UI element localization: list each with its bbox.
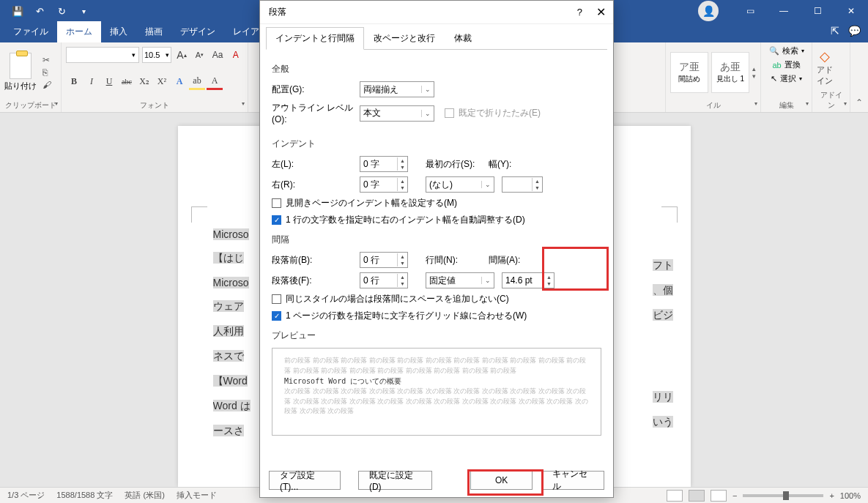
font-name-combo[interactable]: ▾ — [66, 47, 139, 63]
underline-button[interactable]: U — [101, 74, 117, 90]
font-color-icon[interactable]: A — [207, 74, 223, 90]
view-print-icon[interactable] — [689, 490, 705, 502]
mirror-label: 見開きページのインデント幅を設定する(M) — [286, 197, 457, 209]
after-spinner[interactable]: 0 行▲▼ — [360, 272, 408, 288]
tab-file[interactable]: ファイル — [4, 21, 57, 42]
section-spacing: 間隔 — [272, 234, 601, 246]
cancel-button[interactable]: キャンセル — [541, 471, 604, 490]
copy-icon[interactable]: ⎘ — [42, 67, 51, 78]
subscript-button[interactable]: X₂ — [136, 74, 152, 90]
cut-icon[interactable]: ✂ — [42, 55, 51, 65]
tab-draw[interactable]: 描画 — [136, 21, 171, 42]
at-label: 間隔(A): — [489, 254, 533, 267]
tab-page-break[interactable]: 改ページと改行 — [364, 27, 445, 50]
increase-font-icon[interactable]: A▴ — [174, 47, 190, 63]
after-label: 段落後(F): — [272, 275, 360, 287]
share-icon[interactable]: ⇱ — [831, 25, 839, 37]
text-line: Word は — [213, 400, 251, 411]
save-icon[interactable]: 💾 — [7, 1, 28, 21]
clear-format-icon[interactable]: A — [228, 47, 243, 63]
left-spinner[interactable]: 0 字▲▼ — [360, 156, 408, 172]
ok-button[interactable]: OK — [470, 471, 533, 490]
zoom-in-icon[interactable]: + — [829, 491, 834, 500]
undo-icon[interactable]: ↶ — [29, 1, 50, 21]
before-label: 段落前(B): — [272, 254, 360, 267]
italic-button[interactable]: I — [84, 74, 100, 90]
qat-customize-icon[interactable]: ▾ — [73, 1, 94, 21]
language[interactable]: 英語 (米国) — [125, 490, 164, 501]
mirror-checkbox[interactable] — [272, 198, 281, 208]
dialog-title: 段落 — [269, 6, 286, 18]
styles-group: ア亜間詰め あ亜見出し 1 ▴▾ イル — [666, 42, 761, 112]
addin-icon: ◇ — [820, 48, 830, 64]
firstline-combo[interactable]: (なし)⌄ — [426, 176, 494, 193]
tab-design[interactable]: デザイン — [171, 21, 224, 42]
account-icon[interactable]: 👤 — [698, 1, 719, 21]
tab-insert[interactable]: 挿入 — [101, 21, 136, 42]
font-size-combo[interactable]: 10.5▾ — [142, 47, 171, 63]
ribbon-collapse-icon[interactable]: ⌃ — [850, 42, 868, 112]
paste-button[interactable]: 貼り付け — [4, 53, 37, 92]
find-button[interactable]: 🔍検索 ▾ — [769, 45, 804, 56]
word-count[interactable]: 1588/1588 文字 — [56, 490, 113, 501]
paste-label: 貼り付け — [4, 81, 37, 92]
zoom-level[interactable]: 100% — [840, 491, 861, 500]
paragraph-dialog: 段落 ? ✕ インデントと行間隔 改ページと改行 体裁 全般 配置(G): 両端… — [259, 0, 614, 498]
page-count[interactable]: 1/3 ページ — [7, 490, 45, 501]
redo-icon[interactable]: ↻ — [51, 1, 72, 21]
decrease-font-icon[interactable]: A▾ — [192, 47, 207, 63]
ribbon-options-icon[interactable]: ▭ — [733, 0, 767, 22]
linespace-combo[interactable]: 固定値⌄ — [426, 272, 494, 288]
editing-group: 🔍検索 ▾ ab置換 ↖選択 ▾ 編集 — [761, 42, 812, 112]
bold-button[interactable]: B — [66, 74, 82, 90]
addin-button[interactable]: ◇アド イン — [817, 48, 833, 86]
help-icon[interactable]: ? — [577, 7, 582, 18]
collapse-label: 既定で折りたたみ(E) — [459, 107, 541, 119]
zoom-out-icon[interactable]: − — [732, 491, 737, 500]
autoadjust-checkbox[interactable]: ✓ — [272, 215, 281, 225]
text-right-column: フト 、個 ビジ リリ いう — [653, 212, 673, 441]
strike-button[interactable]: abc — [119, 74, 135, 90]
select-button[interactable]: ↖選択 ▾ — [771, 73, 802, 84]
tab-indent-spacing[interactable]: インデントと行間隔 — [266, 27, 364, 50]
comments-icon[interactable]: 💬 — [848, 25, 861, 37]
at-spinner[interactable]: 14.6 pt▲▼ — [502, 272, 554, 288]
view-web-icon[interactable] — [711, 490, 727, 502]
dialog-body: 全般 配置(G): 両端揃え⌄ アウトライン レベル(O): 本文⌄ 既定で折り… — [260, 50, 613, 441]
highlight-icon[interactable]: ab — [189, 74, 205, 90]
width-spinner[interactable]: ▲▼ — [502, 176, 543, 193]
close-icon[interactable]: ✕ — [834, 0, 868, 22]
styles-label: イル — [670, 99, 756, 111]
tab-typography[interactable]: 体裁 — [445, 27, 481, 50]
style-item-1[interactable]: ア亜間詰め — [670, 52, 708, 93]
preview-sample: Microsoft Word についての概要 — [284, 376, 589, 387]
view-read-icon[interactable] — [667, 490, 683, 502]
change-case-icon[interactable]: Aa — [210, 47, 226, 63]
format-painter-icon[interactable]: 🖌 — [42, 80, 51, 90]
text-effects-icon[interactable]: A — [171, 74, 188, 90]
replace-button[interactable]: ab置換 — [772, 59, 800, 70]
minimize-icon[interactable]: — — [767, 0, 801, 22]
tabs-button[interactable]: タブ設定(T)... — [269, 471, 341, 490]
quick-access-toolbar: 💾 ↶ ↻ ▾ — [0, 1, 94, 21]
samestyle-checkbox[interactable] — [272, 294, 281, 304]
default-button[interactable]: 既定に設定(D) — [358, 471, 432, 490]
alignment-combo[interactable]: 両端揃え⌄ — [360, 81, 434, 97]
superscript-button[interactable]: X² — [154, 74, 170, 90]
collapse-checkbox — [445, 108, 454, 118]
zoom-slider[interactable] — [743, 494, 823, 497]
insert-mode[interactable]: 挿入モード — [177, 490, 217, 501]
left-label: 左(L): — [272, 158, 360, 171]
close-icon[interactable]: ✕ — [596, 5, 606, 19]
style-item-2[interactable]: あ亜見出し 1 — [711, 52, 749, 93]
outline-combo[interactable]: 本文⌄ — [360, 105, 434, 122]
text-line: ウェア — [213, 300, 244, 312]
right-spinner[interactable]: 0 字▲▼ — [360, 176, 408, 193]
maximize-icon[interactable]: ☐ — [801, 0, 834, 22]
clipboard-icon — [10, 53, 31, 79]
tab-home[interactable]: ホーム — [57, 21, 101, 42]
autoadjust-label: 1 行の文字数を指定時に右のインデント幅を自動調整する(D) — [286, 214, 525, 226]
clipboard-group: 貼り付け ✂ ⎘ 🖌 クリップボード — [0, 42, 62, 112]
before-spinner[interactable]: 0 行▲▼ — [360, 252, 408, 268]
gridalign-checkbox[interactable]: ✓ — [272, 311, 281, 321]
